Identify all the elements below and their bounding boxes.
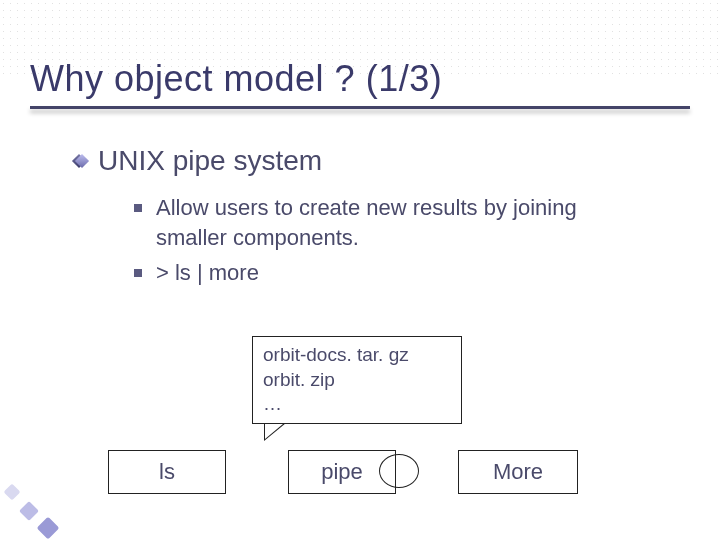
square-bullet-icon <box>134 204 142 212</box>
slide-title: Why object model ? (1/3) <box>30 58 690 100</box>
list-item: > ls | more <box>134 258 650 288</box>
level2-text: > ls | more <box>156 258 259 288</box>
node-pipe-label: pipe <box>321 459 363 484</box>
node-ls: ls <box>108 450 226 494</box>
bullet-level2-list: Allow users to create new results by joi… <box>134 193 650 288</box>
ellipse-icon <box>379 454 419 488</box>
list-item: Allow users to create new results by joi… <box>134 193 650 252</box>
callout-line: orbit. zip <box>263 368 451 393</box>
diamond-bullet-icon <box>74 154 88 168</box>
title-underline <box>30 106 690 109</box>
callout-line: … <box>263 392 451 417</box>
callout-tail-icon <box>264 423 286 441</box>
node-more: More <box>458 450 578 494</box>
node-pipe: pipe <box>288 450 396 494</box>
level1-text: UNIX pipe system <box>98 145 322 177</box>
callout-box: orbit-docs. tar. gz orbit. zip … <box>252 336 462 424</box>
corner-diamond-icon <box>19 501 39 521</box>
corner-diamond-icon <box>37 517 60 540</box>
slide-content: Why object model ? (1/3) UNIX pipe syste… <box>0 0 720 288</box>
level2-text: Allow users to create new results by joi… <box>156 193 650 252</box>
corner-decoration <box>0 480 60 540</box>
callout-line: orbit-docs. tar. gz <box>263 343 451 368</box>
speech-callout: orbit-docs. tar. gz orbit. zip … <box>252 336 462 424</box>
bullet-level1: UNIX pipe system <box>74 145 690 177</box>
flow-boxes-row: ls pipe More <box>108 450 578 494</box>
square-bullet-icon <box>134 269 142 277</box>
corner-diamond-icon <box>4 484 21 501</box>
